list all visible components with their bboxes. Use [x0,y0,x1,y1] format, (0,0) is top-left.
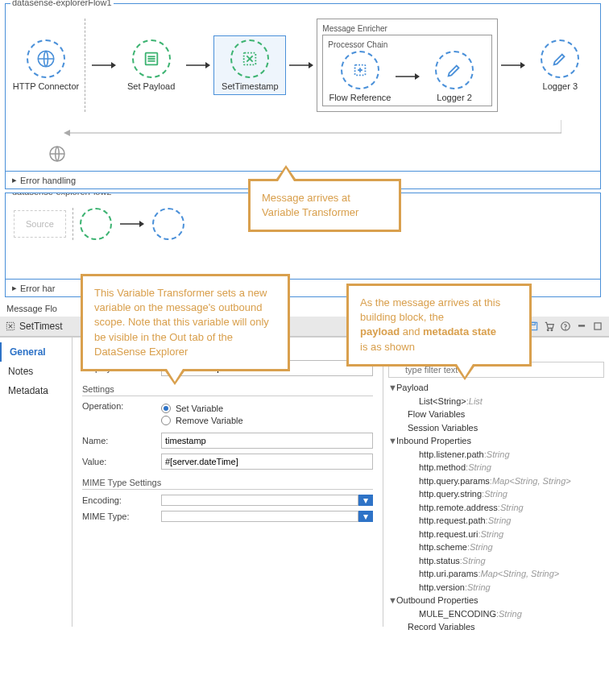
tree-row[interactable]: http.status : String [388,554,604,568]
tab-general[interactable]: General [0,342,72,362]
node-set-payload-label: Set Payload [127,81,175,91]
node-set-timestamp: SetTimestamp [218,39,282,91]
tree-key: http.request.path [419,514,486,528]
svg-marker-8 [205,62,210,68]
tree-row[interactable]: List<String> : List [388,395,604,408]
chevron-down-icon: ▾ [358,495,373,506]
explorer-tree[interactable]: ▼PayloadList<String> : ListFlow Variable… [388,381,604,634]
node-set-timestamp-label: SetTimestamp [222,81,279,91]
svg-rect-31 [594,323,601,329]
pencil-icon [435,51,474,89]
tree-row[interactable]: http.query.params : Map<String, String> [388,474,604,488]
radio-remove-variable[interactable]: Remove Variable [161,416,243,425]
list-icon[interactable] [80,208,112,240]
callout-payload: As the message arrives at this building … [346,284,532,367]
svg-point-29 [566,329,566,329]
tree-key: http.status [419,554,460,568]
tree-key: http.request.uri [419,528,478,541]
name-input[interactable] [161,433,373,449]
chevron-down-icon: ▾ [358,511,373,522]
tree-key: MULE_ENCODING [419,607,496,621]
arrow-icon [396,72,420,81]
mimetype-label: MIME Type: [82,512,155,521]
tree-type: List [469,395,483,408]
scope-message-enricher[interactable]: Message Enricher Processor Chain Flow Re… [317,19,497,112]
node-set-payload[interactable]: Set Payload [119,39,183,91]
tree-row[interactable]: Flow Variables [388,408,604,421]
tree-row[interactable]: http.query.string : String [388,487,604,501]
callout-payload-l1: As the message arrives at this building … [360,296,500,323]
tree-row[interactable]: http.request.path : String [388,514,604,528]
tree-row[interactable]: http.listener.path : String [388,448,604,462]
prop-panel: General Notes Metadata There are no er D… [0,337,609,627]
minimize-icon[interactable] [575,320,588,333]
tree-key: http.method [419,461,466,474]
encoding-label: Encoding: [82,495,155,505]
cart-icon[interactable] [543,320,556,333]
node-http[interactable]: HTTP Connector [14,39,78,91]
arrow-icon [92,60,116,70]
tree-type: String [462,554,486,568]
radio-icon [161,404,171,413]
tree-row[interactable]: http.version : String [388,581,604,594]
arrow-icon [289,60,313,70]
tree-key: Record Variables [408,620,475,634]
tab-notes[interactable]: Notes [0,362,72,381]
tree-row[interactable]: http.method : String [388,461,604,474]
help-icon[interactable] [559,320,572,333]
tree-row[interactable]: Session Variables [388,421,604,435]
tree-row[interactable]: http.request.uri : String [388,528,604,541]
arrow-icon [186,60,210,70]
encoding-select[interactable]: ▾ [161,495,373,506]
tree-row[interactable]: http.uri.params : Map<String, String> [388,567,604,581]
radio-remove-label: Remove Variable [176,416,243,425]
pencil-icon[interactable] [152,208,184,240]
tree-type: String [470,541,493,554]
tree-row[interactable]: ▼Outbound Properties [388,594,604,607]
value-input[interactable] [161,454,373,470]
mime-section: MIME Type Settings [82,478,373,490]
tree-key: http.query.string [419,487,482,501]
node-set-timestamp-selected[interactable]: SetTimestamp [213,35,286,95]
mimetype-select[interactable]: ▾ [161,511,373,522]
settings-section: Settings [82,384,373,396]
flow1-container: datasense-explorerFlow1 HTTP Connector S… [5,3,601,189]
tree-row[interactable]: http.remote.address : String [388,501,604,515]
callout-payload-bold1: payload [360,325,400,338]
tree-type: Map<String, String> [480,567,559,581]
tab-metadata[interactable]: Metadata [0,381,72,400]
svg-point-27 [551,329,553,331]
svg-marker-11 [309,62,313,68]
tree-arrow-icon: ▼ [388,434,396,448]
tree-row[interactable]: ▼Payload [388,381,604,395]
tree-type: String [467,581,491,594]
node-logger3[interactable]: Logger 3 [528,39,592,91]
radio-set-variable[interactable]: Set Variable [161,404,243,413]
tree-type: String [487,448,510,462]
tree-row[interactable]: http.scheme : String [388,541,604,554]
flow1-body: HTTP Connector Set Payload SetTimestamp … [6,4,600,117]
radio-set-label: Set Variable [176,404,223,413]
svg-marker-19 [64,130,70,136]
callout-payload-bold2: metadata state [423,325,496,338]
maximize-icon[interactable] [591,320,604,333]
tree-key: Payload [396,381,429,395]
tree-row[interactable]: ▼Inbound Properties [388,434,604,448]
prop-title: SetTimest [19,321,63,332]
svg-rect-25 [532,322,536,325]
tree-row[interactable]: Record Variables [388,620,604,634]
callout-arrives-text: Message arrives at Variable Transformer [262,192,358,218]
node-logger2[interactable]: Logger 2 [423,51,487,102]
tree-type: Map<String, String> [492,474,571,488]
node-flow-ref-label: Flow Reference [329,93,391,102]
scope-processor-chain: Processor Chain Flow Reference Logger 2 [322,35,491,106]
tree-row[interactable]: MULE_ENCODING : String [388,607,604,621]
flow2-source[interactable]: Source [14,210,66,238]
scope-enricher-title: Message Enricher [322,23,491,35]
tree-key: http.remote.address [419,501,498,515]
callout-payload-l3: is as shown [360,341,415,353]
chevron-right-icon: ▸ [12,175,17,185]
tree-key: Outbound Properties [396,594,478,607]
node-flow-reference[interactable]: Flow Reference [328,51,392,102]
tree-type: String [488,514,512,528]
